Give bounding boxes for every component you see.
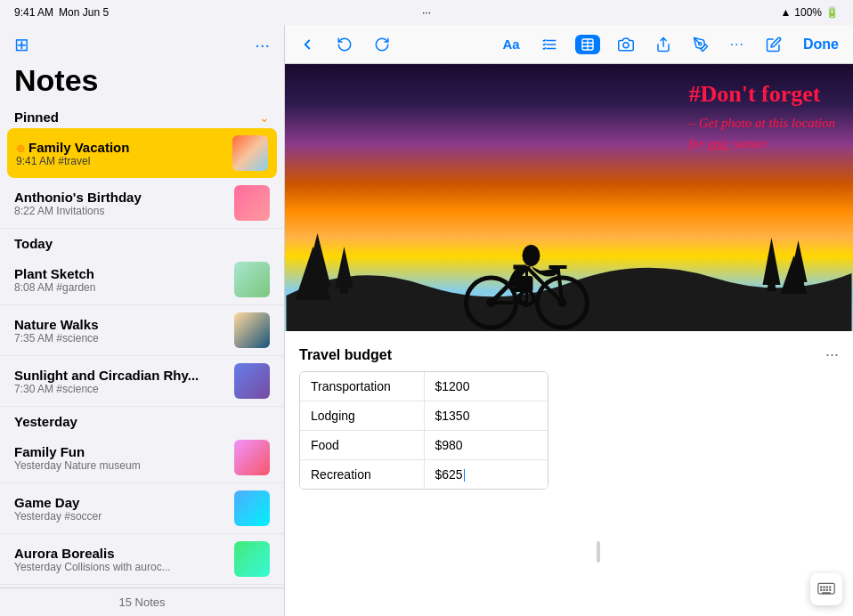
budget-amount-lodging: $1350 [425,401,548,430]
note-meta-aurora: Yesterday Collisions with auroc... [14,561,225,573]
budget-table[interactable]: Transportation $1200 Lodging $1350 Food … [299,371,548,490]
note-meta-plant-sketch: 8:08 AM #garden [14,281,225,294]
status-bar: 9:41 AM Mon Jun 5 ··· ▲ 100% 🔋 [0,0,853,25]
keyboard-icon [817,582,835,596]
svg-rect-27 [818,583,834,594]
hero-image: #Don't forget – Get photo at this locati… [285,64,853,331]
section-pinned-header: Pinned ⌄ [0,102,284,128]
budget-category-food: Food [300,431,425,459]
note-title-nature-walks: Nature Walks [14,317,225,332]
note-meta-family-fun: Yesterday Nature museum [14,459,225,472]
note-title-game-day: Game Day [14,495,225,510]
note-thumb-family-fun [234,440,270,475]
svg-rect-23 [514,276,533,292]
note-item-family-vacation[interactable]: ⊕Family Vacation 9:41 AM #travel [7,128,277,178]
budget-title: Travel budget [299,347,392,363]
note-title-sunlight: Sunlight and Circadian Rhy... [14,368,225,383]
note-thumb-plant-sketch [234,262,270,297]
section-pinned-label: Pinned [14,109,59,125]
pin-icon: ⊕ [16,142,25,155]
note-meta-nature-walks: 7:35 AM #science [14,332,225,344]
sidebar-more-icon[interactable]: ··· [255,35,270,55]
note-thumb-nature-walks [234,312,270,348]
note-meta-birthday: 8:22 AM Invitations [14,205,225,217]
editor-toolbar: Aa ··· Don [285,25,853,64]
format-button[interactable]: Aa [499,33,523,55]
note-meta-game-day: Yesterday #soccer [14,510,225,523]
note-editor: Aa ··· Don [285,25,853,616]
keyboard-button[interactable] [810,573,842,605]
landscape-svg [285,171,853,331]
battery-status: 100% [794,6,822,19]
budget-amount-recreation[interactable]: $625 [425,460,548,489]
status-bar-left: 9:41 AM Mon Jun 5 [14,6,109,19]
table-drag-handle[interactable] [597,541,600,563]
wifi-icon: ▲ [780,6,791,19]
share-button[interactable] [652,33,675,56]
note-item-plant-sketch[interactable]: Plant Sketch 8:08 AM #garden [0,255,284,305]
budget-category-recreation: Recreation [300,460,425,489]
handwritten-text-overlay: #Don't forget – Get photo at this locati… [688,78,835,153]
ipad-frame: 9:41 AM Mon Jun 5 ··· ▲ 100% 🔋 ⊞ ··· Not… [0,0,853,616]
editor-content[interactable]: #Don't forget – Get photo at this locati… [285,64,853,616]
handwritten-line2: – Get photo at this location [688,114,835,133]
pinned-chevron-icon[interactable]: ⌄ [259,110,270,125]
note-item-text: ⊕Family Vacation 9:41 AM #travel [16,140,223,167]
svg-point-22 [523,245,540,266]
budget-more-icon[interactable]: ··· [825,345,839,364]
note-meta-family-vacation: 9:41 AM #travel [16,155,223,167]
budget-category-transportation: Transportation [300,372,425,401]
back-button[interactable] [296,33,319,56]
budget-amount-food: $980 [425,431,548,459]
budget-row-recreation: Recreation $625 [300,460,548,489]
budget-row-transportation: Transportation $1200 [300,372,548,401]
budget-category-lodging: Lodging [300,401,425,430]
note-item-birthday[interactable]: Anthonio's Birthday 8:22 AM Invitations [0,178,284,229]
note-item-game-day[interactable]: Game Day Yesterday #soccer [0,483,284,534]
sidebar-toggle-icon[interactable]: ⊞ [14,34,29,55]
camera-button[interactable] [614,33,638,56]
sidebar-header: ⊞ ··· [0,25,284,61]
note-item-text: Plant Sketch 8:08 AM #garden [14,266,225,294]
note-title-birthday: Anthonio's Birthday [14,190,225,205]
markup-button[interactable] [689,33,712,56]
status-dots: ··· [422,6,431,19]
handwritten-line1: #Don't forget [688,78,835,110]
section-yesterday-label: Yesterday [14,414,77,429]
note-item-text: Anthonio's Birthday 8:22 AM Invitations [14,190,225,217]
note-item-text: Sunlight and Circadian Rhy... 7:30 AM #s… [14,368,225,395]
note-item-aurora[interactable]: Aurora Borealis Yesterday Collisions wit… [0,534,284,585]
status-bar-right: ▲ 100% 🔋 [780,6,839,19]
note-title-family-fun: Family Fun [14,444,225,459]
budget-amount-transportation: $1200 [425,372,548,401]
budget-header: Travel budget ··· [299,345,839,364]
bike-scene: #Don't forget – Get photo at this locati… [285,64,853,331]
note-item-text: Family Fun Yesterday Nature museum [14,444,225,472]
table-button[interactable] [575,35,600,54]
note-item-family-fun[interactable]: Family Fun Yesterday Nature museum [0,433,284,483]
text-cursor [464,469,465,482]
sidebar-footer: 15 Notes [0,588,284,616]
sidebar-title: Notes [0,61,284,102]
note-item-nature-walks[interactable]: Nature Walks 7:35 AM #science [0,305,284,356]
battery-icon: 🔋 [825,6,839,19]
done-button[interactable]: Done [800,33,842,56]
svg-point-9 [698,42,701,45]
status-bar-center: ··· [422,6,431,19]
status-date: Mon Jun 5 [59,6,109,19]
note-item-sunlight[interactable]: Sunlight and Circadian Rhy... 7:30 AM #s… [0,356,284,407]
checklist-button[interactable] [538,33,561,56]
budget-row-lodging: Lodging $1350 [300,401,548,431]
note-title-aurora: Aurora Borealis [14,546,225,561]
note-icon-button[interactable] [762,33,785,56]
undo-button[interactable] [333,33,356,56]
handwritten-line3: for epic sunset [688,134,835,153]
section-yesterday-header: Yesterday [0,407,284,433]
notes-list[interactable]: Pinned ⌄ ⊕Family Vacation 9:41 AM #trave… [0,102,284,588]
note-meta-sunlight: 7:30 AM #science [14,383,225,395]
more-button[interactable]: ··· [727,33,748,56]
note-item-text: Nature Walks 7:35 AM #science [14,317,225,344]
redo-button[interactable] [370,33,394,56]
note-item-text: Aurora Borealis Yesterday Collisions wit… [14,546,225,573]
note-thumb-aurora [234,541,270,577]
